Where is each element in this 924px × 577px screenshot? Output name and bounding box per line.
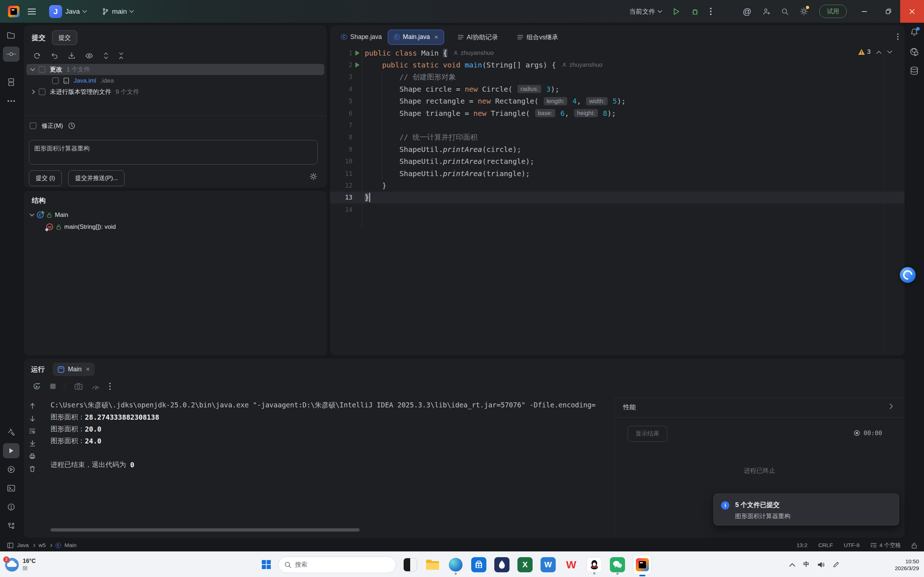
camera-icon[interactable] bbox=[74, 383, 83, 390]
rollback-icon[interactable] bbox=[50, 52, 58, 60]
run-button[interactable] bbox=[667, 0, 686, 23]
changes-checkbox[interactable] bbox=[39, 66, 45, 73]
taskbar-app-edge[interactable] bbox=[448, 557, 463, 572]
arrow-down-icon[interactable] bbox=[29, 415, 36, 422]
taskbar-app-microsoft-store[interactable] bbox=[471, 557, 486, 572]
breadcrumb-project[interactable]: Java bbox=[17, 542, 29, 548]
collapse-all-icon[interactable] bbox=[118, 52, 124, 60]
code-line[interactable]: 9 ShapeUtil.printArea(circle); bbox=[330, 143, 905, 155]
commit-button[interactable]: 提交 (I) bbox=[29, 170, 62, 186]
expand-all-icon[interactable] bbox=[103, 52, 109, 60]
unversioned-checkbox[interactable] bbox=[39, 89, 45, 95]
code-line[interactable]: 5 Shape rectangle = new Rectangle( lengt… bbox=[330, 95, 905, 107]
console-horizontal-scrollbar[interactable] bbox=[50, 528, 360, 532]
code-line[interactable]: 12 } bbox=[330, 179, 905, 191]
breadcrumb-file[interactable]: Main bbox=[65, 542, 77, 548]
run-line-button[interactable] bbox=[352, 62, 362, 68]
project-widget[interactable]: J Java bbox=[49, 5, 86, 18]
code-line[interactable]: 8 // 统一计算并打印面积 bbox=[330, 131, 905, 143]
commit-message-input[interactable]: 图形面积计算器重构 bbox=[29, 140, 318, 164]
caret-position[interactable]: 13:2 bbox=[796, 542, 808, 548]
minimize-button[interactable] bbox=[853, 0, 876, 23]
unversioned-group-row[interactable]: 未进行版本管理的文件 9 个文件 bbox=[24, 86, 327, 97]
chevron-up-icon[interactable] bbox=[876, 50, 881, 54]
changes-group-row[interactable]: 更改 1 个文件 bbox=[26, 64, 324, 75]
taskbar-app-wps[interactable]: W bbox=[564, 557, 579, 572]
code-area[interactable]: 1public class Main {zhuyanshuo2 public s… bbox=[330, 47, 905, 355]
show-results-button[interactable]: 显示结果 bbox=[628, 426, 667, 442]
taskbar-app-wechat[interactable] bbox=[610, 557, 625, 572]
console-output[interactable]: C:\Users\朱彦硕\.jdks\openjdk-25.0.2\bin\ja… bbox=[50, 399, 610, 526]
run-configuration-selector[interactable]: 当前文件 bbox=[624, 0, 667, 23]
stop-icon[interactable] bbox=[50, 383, 56, 389]
unlock-icon[interactable] bbox=[912, 542, 917, 548]
code-line[interactable]: 7 bbox=[330, 119, 905, 131]
window-layout-icon[interactable] bbox=[7, 543, 13, 548]
commit-tool-button[interactable] bbox=[3, 47, 19, 62]
performance-expand-button[interactable] bbox=[889, 403, 893, 409]
ai-assistant-button[interactable]: @ bbox=[737, 0, 757, 23]
taskbar-app-navy[interactable] bbox=[494, 557, 509, 572]
inspections-widget[interactable]: 3 bbox=[858, 48, 892, 56]
code-line[interactable]: 6 Shape triangle = new Triangle( base: 6… bbox=[330, 107, 905, 119]
scroll-to-end-icon[interactable] bbox=[29, 440, 36, 447]
profiler-gauge-icon[interactable] bbox=[92, 383, 100, 390]
code-line[interactable]: 13} bbox=[330, 192, 905, 203]
taskbar-weather-widget[interactable]: 3 16°C 阴 bbox=[5, 552, 36, 577]
commit-and-push-button[interactable]: 提交并推送(P)... bbox=[68, 170, 124, 186]
run-line-button[interactable] bbox=[352, 50, 362, 56]
settings-button[interactable] bbox=[795, 0, 814, 23]
database-button[interactable] bbox=[909, 66, 919, 76]
line-separator[interactable]: CRLF bbox=[818, 542, 833, 548]
code-line[interactable]: 4 Shape circle = new Circle( radius: 3); bbox=[330, 83, 905, 95]
code-line[interactable]: 3 // 创建图形对象 bbox=[330, 71, 905, 83]
taskbar-app-file-explorer[interactable] bbox=[425, 557, 440, 572]
close-tab-icon[interactable]: × bbox=[86, 366, 90, 373]
branch-widget[interactable]: main bbox=[102, 8, 133, 16]
notifications-button[interactable] bbox=[909, 28, 919, 37]
restore-button[interactable] bbox=[876, 0, 900, 23]
notification-toast[interactable]: i 5 个文件已提交 图形面积计算器重构 bbox=[714, 494, 899, 525]
taskbar-app-excel[interactable]: X bbox=[517, 557, 533, 572]
tab-composition-vs-inheritance[interactable]: 组合vs继承 bbox=[512, 29, 564, 45]
structure-tool-button[interactable] bbox=[3, 75, 19, 90]
clear-trash-icon[interactable] bbox=[29, 466, 36, 472]
commit-options-button[interactable] bbox=[309, 172, 317, 181]
chevron-down-icon[interactable] bbox=[887, 50, 892, 54]
more-tool-windows-button[interactable] bbox=[3, 93, 19, 109]
debug-button[interactable] bbox=[686, 0, 704, 23]
structure-class-row[interactable]: C Main bbox=[24, 209, 327, 221]
ai-assistant-floating-button[interactable] bbox=[900, 267, 916, 283]
code-line[interactable]: 14 bbox=[330, 203, 905, 216]
taskbar-app-qq[interactable] bbox=[587, 557, 602, 572]
pen-icon[interactable] bbox=[833, 561, 839, 567]
taskbar-clock[interactable]: 10:50 2026/3/29 bbox=[895, 552, 919, 577]
chevron-up-icon[interactable] bbox=[789, 563, 795, 567]
editor-options-button[interactable] bbox=[897, 33, 899, 40]
taskbar-search-input[interactable]: 搜索 bbox=[278, 556, 396, 573]
more-actions-button[interactable] bbox=[704, 0, 717, 23]
arrow-up-icon[interactable] bbox=[29, 403, 36, 409]
taskbar-app-phone-link[interactable] bbox=[403, 558, 417, 572]
breadcrumb-module[interactable]: w5 bbox=[39, 542, 46, 548]
close-tab-icon[interactable]: × bbox=[434, 33, 438, 41]
commit-tab[interactable]: 提交 bbox=[52, 30, 77, 45]
run-tool-button[interactable] bbox=[3, 443, 19, 458]
file-checkbox[interactable] bbox=[52, 77, 59, 84]
services-tool-button[interactable] bbox=[3, 462, 19, 477]
git-tool-button[interactable] bbox=[3, 518, 19, 533]
ai-chat-button[interactable] bbox=[909, 47, 919, 56]
close-button[interactable] bbox=[900, 0, 924, 23]
run-tab-main[interactable]: Main × bbox=[53, 363, 95, 376]
amend-checkbox[interactable] bbox=[30, 122, 37, 129]
taskbar-app-word[interactable]: W bbox=[541, 557, 556, 572]
refresh-icon[interactable] bbox=[33, 52, 41, 60]
indent-setting[interactable]: 4 个空格 bbox=[871, 542, 901, 549]
kebab-icon[interactable] bbox=[109, 382, 111, 390]
volume-icon[interactable] bbox=[817, 561, 825, 568]
soft-wrap-icon[interactable] bbox=[29, 428, 36, 434]
tab-main-java[interactable]: C Main.java × bbox=[388, 30, 444, 45]
code-line[interactable]: 11 ShapeUtil.printArea(triangle); bbox=[330, 168, 905, 179]
code-with-me-button[interactable] bbox=[757, 0, 775, 23]
tab-shape-java[interactable]: C Shape.java bbox=[335, 30, 388, 44]
